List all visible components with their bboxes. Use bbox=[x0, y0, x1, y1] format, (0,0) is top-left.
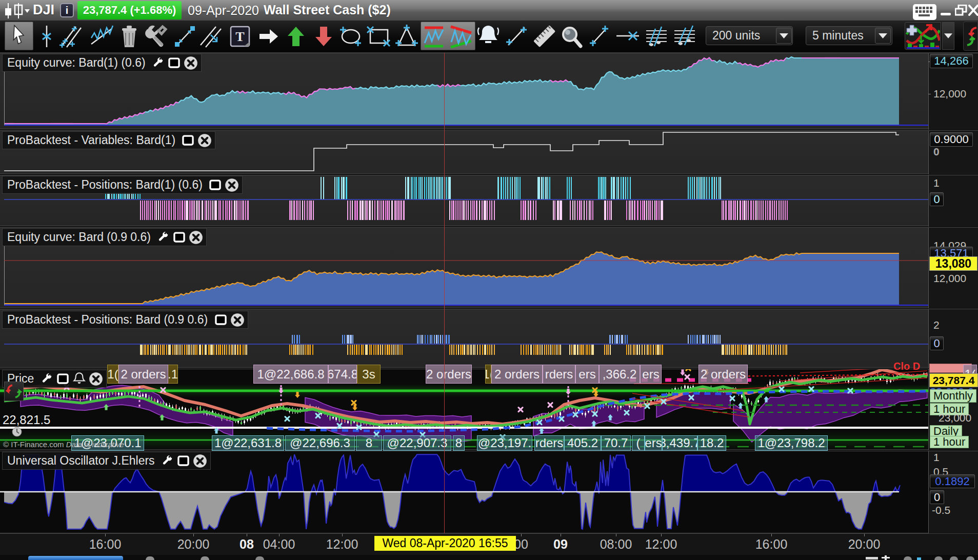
svg-text:T: T bbox=[235, 29, 244, 44]
